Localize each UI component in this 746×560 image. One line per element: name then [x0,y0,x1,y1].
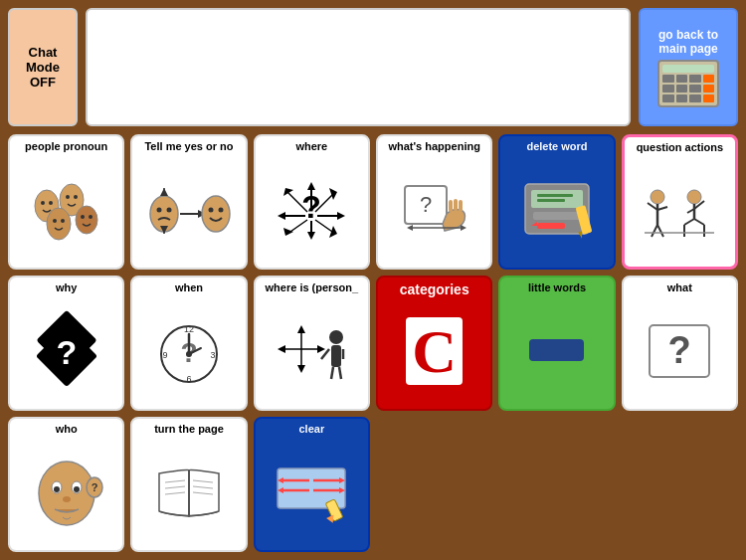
clear-button[interactable]: clear [254,417,370,552]
svg-marker-30 [278,212,285,220]
svg-point-64 [687,190,701,204]
categories-button[interactable]: categories C [376,276,492,411]
clear-label: clear [298,423,324,436]
svg-text:?: ? [668,329,691,371]
question-actions-icon [629,154,731,263]
whats-happening-button[interactable]: what's happening ? [376,134,492,270]
when-icon: 12 3 6 9 ? [136,294,241,405]
svg-marker-36 [329,226,337,238]
chat-mode-button[interactable]: Chat Mode OFF [8,8,78,126]
svg-point-18 [208,208,213,213]
svg-text:3: 3 [210,350,215,360]
svg-line-61 [657,207,667,210]
svg-line-97 [331,367,333,379]
svg-text:?: ? [420,192,432,217]
who-label: who [56,423,78,436]
svg-marker-40 [283,228,293,236]
people-pronoun-label: people pronoun [25,140,107,153]
svg-line-95 [321,349,329,359]
svg-rect-51 [533,212,581,220]
svg-point-108 [63,496,71,502]
where-is-person-icon [260,294,364,405]
svg-marker-92 [317,345,325,353]
svg-rect-94 [331,345,341,367]
go-back-button[interactable]: go back to main page [639,8,738,126]
svg-line-62 [652,225,657,237]
svg-point-101 [39,462,94,525]
svg-marker-47 [461,225,466,231]
svg-point-8 [61,219,65,223]
speech-display [86,8,631,126]
svg-point-1 [41,201,45,205]
whats-happening-icon: ? [382,153,486,264]
tell-me-yes-no-icon [136,153,241,264]
svg-rect-55 [537,199,565,202]
svg-marker-90 [278,345,285,353]
what-label: what [667,281,692,294]
why-button[interactable]: why ? [8,276,124,411]
svg-marker-88 [297,365,305,373]
question-actions-button[interactable]: question actions [622,134,738,270]
svg-point-11 [89,215,93,219]
svg-point-2 [49,201,53,205]
svg-text:?: ? [56,333,77,371]
categories-c-letter: C [406,317,463,385]
svg-rect-52 [537,223,565,229]
where-label: where [295,140,327,153]
svg-text:?: ? [91,481,97,493]
turn-the-page-icon [136,436,241,546]
symbol-grid: people pronoun [0,134,746,560]
what-button[interactable]: what ? [622,276,738,411]
when-button[interactable]: when 12 3 6 9 ? [130,276,247,411]
svg-line-63 [657,225,663,237]
svg-line-68 [694,219,704,225]
turn-the-page-button[interactable]: turn the page [130,417,247,552]
svg-point-58 [651,190,664,204]
when-label: when [175,281,203,294]
svg-point-107 [74,486,80,492]
svg-marker-28 [307,232,315,240]
people-pronoun-button[interactable]: people pronoun [8,134,124,270]
where-is-person-button[interactable]: where is (person_ [254,276,370,411]
clear-icon [260,436,364,546]
svg-point-13 [156,208,161,213]
svg-point-9 [76,206,97,234]
who-icon: ? [14,436,118,546]
who-button[interactable]: who ? [8,417,124,552]
delete-word-label: delete word [526,140,587,153]
svg-marker-86 [297,325,305,333]
turn-the-page-label: turn the page [154,423,224,436]
chat-mode-label: Chat Mode OFF [14,45,72,90]
delete-word-icon [504,153,609,264]
svg-marker-48 [407,225,413,231]
where-is-person-label: where is (person_ [266,281,359,294]
top-bar: Chat Mode OFF go back to main page [0,0,746,134]
svg-marker-26 [307,182,315,190]
svg-line-66 [684,219,694,225]
little-words-button[interactable]: little words [498,276,615,411]
svg-text:9: 9 [162,350,167,360]
svg-text:?: ? [180,337,197,368]
svg-text:12: 12 [184,324,194,334]
svg-rect-54 [537,194,573,197]
why-label: why [56,281,77,294]
where-button[interactable]: where ? [254,134,370,270]
svg-point-4 [66,195,70,199]
svg-point-10 [81,215,85,219]
svg-marker-21 [160,188,168,196]
little-words-label: little words [528,281,586,294]
whats-happening-label: what's happening [388,140,479,153]
categories-label: categories [400,281,469,298]
svg-point-105 [54,486,60,492]
tell-me-yes-no-button[interactable]: Tell me yes or no [130,134,247,270]
svg-point-5 [74,195,78,199]
people-pronoun-icon [14,153,118,264]
svg-point-7 [53,219,57,223]
question-actions-label: question actions [637,141,723,154]
delete-word-button[interactable]: delete word [498,134,615,270]
calculator-icon [657,60,719,107]
little-words-icon [504,294,609,405]
what-icon: ? [628,294,732,405]
svg-point-19 [218,208,223,213]
categories-icon: C [382,298,486,405]
